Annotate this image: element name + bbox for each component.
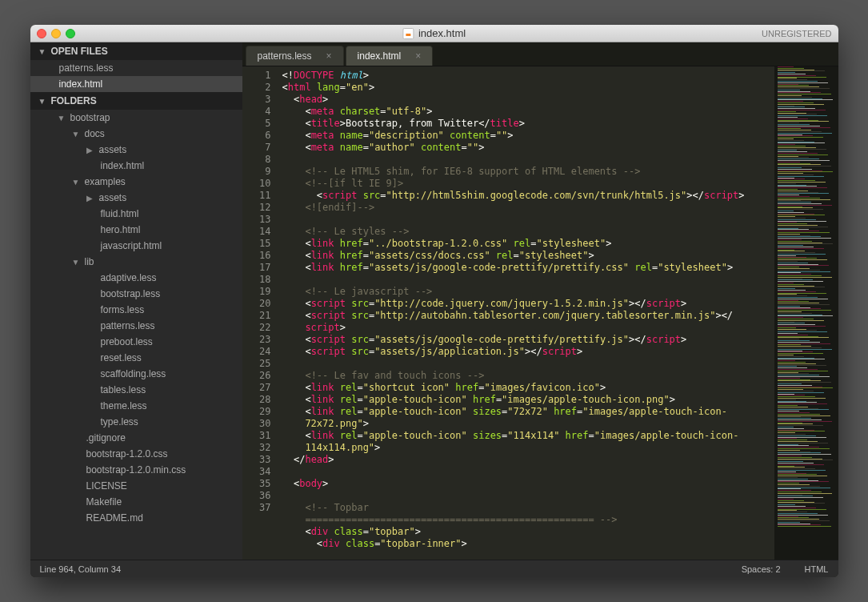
chevron-down-icon: ▼ (58, 114, 66, 122)
file-item[interactable]: bootstrap-1.2.0.min.css (30, 462, 242, 478)
chevron-down-icon: ▼ (38, 47, 46, 56)
syntax-mode[interactable]: HTML (805, 564, 829, 574)
gutter: 1234567891011121314151617181920212223242… (242, 66, 278, 560)
code-pane[interactable]: 1234567891011121314151617181920212223242… (242, 66, 838, 560)
file-item[interactable]: preboot.less (30, 334, 242, 350)
folder-item[interactable]: ▼examples (30, 174, 242, 190)
file-item[interactable]: README.md (30, 510, 242, 526)
folders-label: FOLDERS (50, 95, 96, 106)
titlebar-title: index.html (402, 27, 466, 39)
file-item[interactable]: tables.less (30, 382, 242, 398)
registration-status: UNREGISTERED (762, 29, 831, 38)
open-files-label: OPEN FILES (50, 46, 107, 57)
file-item[interactable]: Makefile (30, 494, 242, 510)
minimize-icon[interactable] (51, 29, 61, 38)
file-item[interactable]: index.html (30, 158, 242, 174)
folder-item[interactable]: ▼lib (30, 254, 242, 270)
folder-label: bootstrap (70, 112, 110, 123)
chevron-right-icon: ▶ (86, 146, 94, 155)
file-item[interactable]: patterns.less (30, 318, 242, 334)
cursor-position[interactable]: Line 964, Column 34 (40, 564, 122, 574)
file-item[interactable]: forms.less (30, 302, 242, 318)
folder-label: examples (85, 176, 126, 187)
close-icon[interactable]: × (326, 50, 332, 62)
file-item[interactable]: theme.less (30, 398, 242, 414)
file-item[interactable]: LICENSE (30, 478, 242, 494)
chevron-down-icon: ▼ (72, 130, 80, 138)
editor-area: patterns.less×index.html× 12345678910111… (242, 42, 838, 560)
file-item[interactable]: bootstrap-1.2.0.css (30, 446, 242, 462)
close-icon[interactable]: × (415, 50, 421, 62)
file-item[interactable]: hero.html (30, 222, 242, 238)
folder-item[interactable]: ▼docs (30, 126, 242, 142)
file-item[interactable]: scaffolding.less (30, 366, 242, 382)
open-file-item[interactable]: patterns.less (30, 60, 242, 76)
chevron-down-icon: ▼ (72, 258, 80, 267)
chevron-right-icon: ▶ (86, 194, 94, 203)
body-area: ▼ OPEN FILES patterns.lessindex.html ▼ F… (30, 42, 838, 560)
tab-label: patterns.less (258, 50, 312, 62)
chevron-down-icon: ▼ (38, 97, 46, 106)
title-text: index.html (418, 27, 466, 39)
open-files-header[interactable]: ▼ OPEN FILES (30, 42, 242, 60)
indentation-setting[interactable]: Spaces: 2 (742, 564, 781, 574)
open-file-item[interactable]: index.html (30, 76, 242, 92)
tab[interactable]: patterns.less× (246, 46, 344, 66)
tab-label: index.html (358, 50, 402, 62)
folder-label: assets (99, 192, 127, 203)
traffic-lights (37, 29, 75, 38)
folder-label: docs (85, 128, 105, 139)
file-icon (402, 28, 414, 39)
file-item[interactable]: reset.less (30, 350, 242, 366)
file-item[interactable]: javascript.html (30, 238, 242, 254)
file-item[interactable]: type.less (30, 414, 242, 430)
code[interactable]: <!DOCTYPE html><html lang="en"> <head> <… (278, 66, 774, 560)
folder-label: lib (85, 256, 94, 267)
file-item[interactable]: adaptive.less (30, 270, 242, 286)
file-item[interactable]: .gitignore (30, 430, 242, 446)
tabbar: patterns.less×index.html× (242, 42, 838, 66)
folder-item[interactable]: ▶assets (30, 142, 242, 158)
folders-header[interactable]: ▼ FOLDERS (30, 92, 242, 110)
folder-item[interactable]: ▶assets (30, 190, 242, 206)
file-item[interactable]: fluid.html (30, 206, 242, 222)
app-window: index.html UNREGISTERED ▼ OPEN FILES pat… (30, 25, 838, 577)
minimap[interactable] (774, 66, 838, 560)
chevron-down-icon: ▼ (72, 178, 80, 187)
folder-label: assets (99, 144, 127, 155)
folder-item[interactable]: ▼bootstrap (30, 110, 242, 126)
file-item[interactable]: bootstrap.less (30, 286, 242, 302)
statusbar: Line 964, Column 34 Spaces: 2 HTML (30, 560, 838, 577)
titlebar: index.html UNREGISTERED (30, 25, 838, 42)
close-icon[interactable] (37, 29, 46, 38)
maximize-icon[interactable] (66, 29, 75, 38)
sidebar[interactable]: ▼ OPEN FILES patterns.lessindex.html ▼ F… (30, 42, 242, 560)
tab[interactable]: index.html× (346, 46, 434, 66)
